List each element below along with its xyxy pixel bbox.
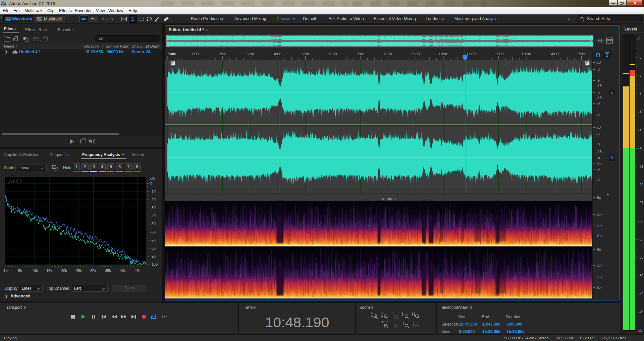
svg-text:Waveform: Waveform (12, 17, 32, 21)
svg-text:6:00: 6:00 (329, 52, 337, 56)
svg-text:-3: -3 (638, 55, 641, 59)
svg-text:9:00: 9:00 (412, 52, 420, 56)
svg-text:-15: -15 (596, 150, 602, 154)
svg-text:13:00: 13:00 (522, 52, 531, 56)
svg-text:-12: -12 (638, 110, 643, 114)
svg-text:-80: -80 (150, 246, 156, 250)
svg-text:-3: -3 (596, 178, 600, 182)
svg-text:-9: -9 (596, 143, 600, 147)
svg-text:-10: -10 (150, 190, 156, 194)
svg-text:-42: -42 (638, 292, 643, 296)
svg-text:45k: 45k (135, 269, 141, 273)
svg-text:dB: dB (150, 177, 155, 181)
svg-text:40k: 40k (120, 269, 126, 273)
svg-text:20k: 20k (61, 269, 67, 273)
svg-text:4:00: 4:00 (274, 52, 281, 56)
svg-text:dB: dB (638, 328, 643, 332)
svg-text:hms: hms (168, 52, 176, 56)
svg-text:-45: -45 (638, 310, 643, 314)
svg-text:-9: -9 (596, 167, 600, 171)
svg-text:5:00: 5:00 (302, 52, 309, 56)
svg-text:12:00: 12:00 (494, 52, 504, 56)
svg-text:-21: -21 (638, 164, 643, 168)
svg-text:-20: -20 (150, 198, 156, 202)
svg-text:30k: 30k (596, 212, 602, 216)
svg-text:15:00: 15:00 (577, 52, 587, 56)
svg-text:-50: -50 (150, 222, 156, 226)
svg-text:30k: 30k (90, 269, 96, 273)
svg-text:-70: -70 (150, 238, 156, 242)
svg-text:0: 0 (638, 37, 640, 41)
svg-text:-15: -15 (596, 84, 602, 88)
svg-text:-∞: -∞ (596, 90, 600, 94)
svg-text:-15: -15 (638, 128, 643, 132)
svg-text:Hz: Hz (4, 269, 8, 273)
svg-text:10k: 10k (596, 285, 602, 289)
svg-text:-9: -9 (638, 91, 641, 95)
svg-text:Live CTI: Live CTI (7, 179, 22, 184)
svg-text:7:00: 7:00 (357, 52, 364, 56)
svg-text:10k: 10k (596, 234, 602, 238)
svg-text:3:00: 3:00 (247, 52, 254, 56)
svg-text:11:00: 11:00 (466, 52, 476, 56)
svg-text:Hz: Hz (596, 247, 601, 251)
svg-text:8:00: 8:00 (384, 52, 392, 56)
svg-text:-40: -40 (150, 214, 156, 218)
svg-text:10k: 10k (32, 269, 38, 273)
svg-text:-30: -30 (150, 206, 156, 210)
svg-text:dB: dB (596, 60, 601, 64)
svg-text:-6: -6 (638, 73, 641, 77)
svg-text:-15: -15 (596, 96, 602, 100)
svg-text:-60: -60 (150, 230, 156, 234)
svg-text:2:00: 2:00 (219, 52, 226, 56)
svg-text:-3: -3 (596, 132, 600, 136)
svg-text:-3: -3 (596, 113, 600, 117)
svg-text:Multitrack: Multitrack (44, 17, 62, 21)
svg-text:-27: -27 (638, 201, 643, 205)
svg-text:Hz: Hz (596, 195, 601, 199)
svg-text:-9: -9 (596, 101, 600, 105)
svg-text:-90: -90 (150, 254, 156, 258)
svg-text:1:00: 1:00 (191, 52, 199, 56)
svg-text:0: 0 (150, 182, 152, 186)
svg-text:20k: 20k (596, 275, 602, 279)
svg-text:-33: -33 (638, 237, 643, 241)
svg-text:35k: 35k (105, 269, 111, 273)
svg-text:20k: 20k (596, 223, 602, 227)
svg-text:-36: -36 (638, 255, 643, 259)
svg-text:L: L (611, 90, 613, 94)
svg-text:-39: -39 (638, 274, 643, 278)
svg-text:-18: -18 (638, 146, 643, 150)
svg-text:-24: -24 (638, 183, 643, 187)
svg-text:15k: 15k (46, 269, 52, 273)
svg-text:R: R (610, 156, 613, 160)
svg-text:-9: -9 (596, 78, 600, 82)
svg-text:30k: 30k (596, 263, 602, 267)
svg-text:-15: -15 (596, 161, 602, 165)
svg-text:-∞: -∞ (596, 156, 600, 160)
svg-text:-3: -3 (596, 67, 600, 71)
svg-text:25k: 25k (76, 269, 82, 273)
svg-text:5k: 5k (18, 269, 22, 273)
svg-text:-100: -100 (150, 262, 158, 266)
svg-text:10:00: 10:00 (439, 52, 448, 56)
svg-text:14:00: 14:00 (549, 52, 559, 56)
svg-text:dB: dB (596, 125, 601, 129)
svg-text:-30: -30 (638, 219, 643, 223)
